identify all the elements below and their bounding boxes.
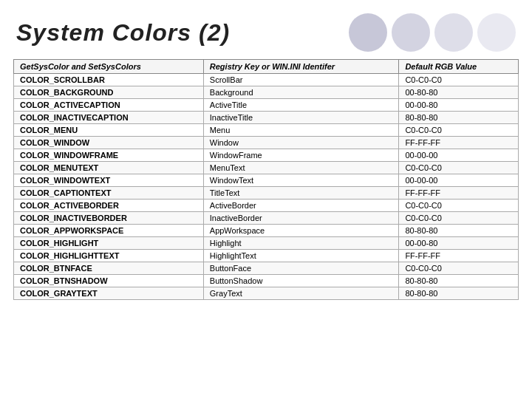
registry-key: ButtonShadow	[203, 275, 399, 287]
registry-key: ActiveBorder	[203, 200, 399, 212]
rgb-value: C0-C0-C0	[399, 162, 519, 174]
registry-key: MenuText	[203, 162, 399, 174]
table-row: COLOR_SCROLLBARScrollBarC0-C0-C0	[14, 74, 519, 86]
registry-key: ButtonFace	[203, 262, 399, 275]
table-row: COLOR_ACTIVECAPTIONActiveTitle00-00-80	[14, 99, 519, 112]
rgb-value: 80-80-80	[399, 225, 519, 237]
table-row: COLOR_WINDOWWindowFF-FF-FF	[14, 137, 519, 149]
color-name: COLOR_BTNSHADOW	[14, 275, 204, 287]
circle-2	[392, 13, 430, 52]
color-name: COLOR_GRAYTEXT	[14, 287, 204, 300]
rgb-value: FF-FF-FF	[399, 187, 519, 200]
rgb-value: 80-80-80	[399, 112, 519, 124]
table-row: COLOR_BTNFACEButtonFaceC0-C0-C0	[14, 262, 519, 275]
table-row: COLOR_CAPTIONTEXTTitleTextFF-FF-FF	[14, 187, 519, 200]
rgb-value: C0-C0-C0	[399, 200, 519, 212]
color-name: COLOR_HIGHLIGHTTEXT	[14, 250, 204, 262]
rgb-value: 00-00-00	[399, 149, 519, 162]
color-name: COLOR_BACKGROUND	[14, 86, 204, 99]
table-row: COLOR_BACKGROUNDBackground00-80-80	[14, 86, 519, 99]
color-name: COLOR_APPWORKSPACE	[14, 225, 204, 237]
table-header-row: GetSysColor and SetSysColors Registry Ke…	[14, 60, 519, 74]
color-name: COLOR_HIGHLIGHT	[14, 237, 204, 250]
table-row: COLOR_HIGHLIGHTHighlight00-00-80	[14, 237, 519, 250]
rgb-value: C0-C0-C0	[399, 212, 519, 225]
system-colors-table: GetSysColor and SetSysColors Registry Ke…	[13, 59, 519, 300]
rgb-value: 00-00-80	[399, 237, 519, 250]
color-name: COLOR_WINDOWFRAME	[14, 149, 204, 162]
table-row: COLOR_ACTIVEBORDERActiveBorderC0-C0-C0	[14, 200, 519, 212]
color-name: COLOR_ACTIVECAPTION	[14, 99, 204, 112]
registry-key: ScrollBar	[203, 74, 399, 86]
table-row: COLOR_HIGHLIGHTTEXTHighlightTextFF-FF-FF	[14, 250, 519, 262]
table-row: COLOR_MENUMenuC0-C0-C0	[14, 124, 519, 137]
color-name: COLOR_INACTIVECAPTION	[14, 112, 204, 124]
rgb-value: C0-C0-C0	[399, 262, 519, 275]
circle-3	[434, 13, 473, 52]
rgb-value: FF-FF-FF	[399, 137, 519, 149]
color-name: COLOR_INACTIVEBORDER	[14, 212, 204, 225]
color-name: COLOR_WINDOW	[14, 137, 204, 149]
color-name: COLOR_MENUTEXT	[14, 162, 204, 174]
table-row: COLOR_WINDOWFRAMEWindowFrame00-00-00	[14, 149, 519, 162]
registry-key: Window	[203, 137, 399, 149]
color-name: COLOR_WINDOWTEXT	[14, 174, 204, 187]
table-row: COLOR_WINDOWTEXTWindowText00-00-00	[14, 174, 519, 187]
registry-key: Highlight	[203, 237, 399, 250]
registry-key: WindowText	[203, 174, 399, 187]
rgb-value: 80-80-80	[399, 275, 519, 287]
table-row: COLOR_GRAYTEXTGrayText80-80-80	[14, 287, 519, 300]
rgb-value: 00-80-80	[399, 86, 519, 99]
table-row: COLOR_APPWORKSPACEAppWorkspace80-80-80	[14, 225, 519, 237]
registry-key: Menu	[203, 124, 399, 137]
table-row: COLOR_INACTIVECAPTIONInactiveTitle80-80-…	[14, 112, 519, 124]
table-container: GetSysColor and SetSysColors Registry Ke…	[0, 59, 532, 300]
registry-key: WindowFrame	[203, 149, 399, 162]
table-row: COLOR_BTNSHADOWButtonShadow80-80-80	[14, 275, 519, 287]
color-name: COLOR_MENU	[14, 124, 204, 137]
table-row: COLOR_INACTIVEBORDERInactiveBorderC0-C0-…	[14, 212, 519, 225]
registry-key: HighlightText	[203, 250, 399, 262]
rgb-value: C0-C0-C0	[399, 124, 519, 137]
rgb-value: 80-80-80	[399, 287, 519, 300]
registry-key: AppWorkspace	[203, 225, 399, 237]
registry-key: ActiveTitle	[203, 99, 399, 112]
registry-key: TitleText	[203, 187, 399, 200]
color-name: COLOR_SCROLLBAR	[14, 74, 204, 86]
rgb-value: 00-00-80	[399, 99, 519, 112]
page-title: System Colors (2)	[16, 19, 230, 47]
color-name: COLOR_BTNFACE	[14, 262, 204, 275]
registry-key: GrayText	[203, 287, 399, 300]
col-header-registry: Registry Key or WIN.INI Identifer	[203, 60, 399, 74]
registry-key: InactiveTitle	[203, 112, 399, 124]
col-header-name: GetSysColor and SetSysColors	[14, 60, 204, 74]
registry-key: InactiveBorder	[203, 212, 399, 225]
color-name: COLOR_CAPTIONTEXT	[14, 187, 204, 200]
rgb-value: FF-FF-FF	[399, 250, 519, 262]
table-row: COLOR_MENUTEXTMenuTextC0-C0-C0	[14, 162, 519, 174]
color-name: COLOR_ACTIVEBORDER	[14, 200, 204, 212]
rgb-value: 00-00-00	[399, 174, 519, 187]
circle-4	[477, 13, 516, 52]
decorative-circles	[349, 13, 516, 52]
col-header-rgb: Default RGB Value	[399, 60, 519, 74]
rgb-value: C0-C0-C0	[399, 74, 519, 86]
header: System Colors (2)	[0, 0, 532, 59]
registry-key: Background	[203, 86, 399, 99]
circle-1	[349, 13, 387, 52]
